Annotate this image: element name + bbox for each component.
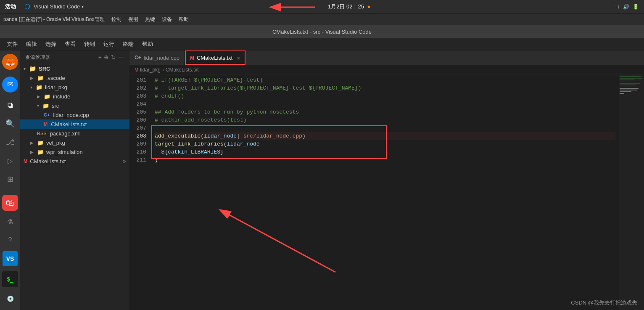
editor-area: C+ lidar_node.cpp M CMakeLists.txt ×	[129, 50, 644, 310]
tab-label-cmake: CMakeLists.txt	[197, 55, 232, 61]
activity-bar-bottom: 🛍 ⚗ ? VS $_ 💿	[2, 195, 18, 310]
breadcrumb: M lidar_pkg › CMakeLists.txt	[129, 65, 644, 74]
code-comment-203: # endif()	[155, 92, 184, 100]
code-line-210: ${catkin_LIBRARIES}	[155, 148, 615, 156]
tree-item-vel-pkg[interactable]: ▶ 📁 vel_pkg	[20, 138, 129, 147]
tab-icon-cmake: M	[190, 55, 194, 61]
minimap-line-active	[620, 88, 639, 89]
code-content[interactable]: # if(TARGET ${PROJECT_NAME}-test) # targ…	[151, 74, 619, 310]
xml-file-icon: RSS	[37, 131, 47, 136]
menu-goto[interactable]: 转到	[81, 39, 98, 50]
vscode-menubar[interactable]: 文件 编辑 选择 查看 转到 运行 终端 帮助	[0, 38, 644, 50]
cpp-file-icon: C+	[44, 112, 50, 117]
code-comment-206: # catkin_add_nosetests(test)	[155, 116, 246, 124]
tree-item-src-sub[interactable]: ▾ 📁 src	[20, 101, 129, 110]
code-line-201: # if(TARGET ${PROJECT_NAME}-test)	[155, 76, 615, 84]
new-file-icon[interactable]: +	[98, 54, 102, 61]
menu-help[interactable]: 帮助	[139, 39, 156, 50]
line-num-204: 204	[129, 100, 146, 108]
line-num-211: 211	[129, 156, 146, 164]
tree-settings-icon[interactable]: ⚙	[122, 159, 126, 164]
minimap-line	[620, 78, 642, 79]
code-line-211: )	[155, 156, 615, 164]
breadcrumb-sep1: ›	[162, 67, 164, 73]
menu-run[interactable]: 运行	[100, 39, 118, 50]
activity-vscode[interactable]: VS	[3, 251, 18, 266]
csdn-watermark: CSDN @我先去打把游戏先	[571, 299, 637, 307]
activity-run[interactable]: ▷	[3, 153, 18, 168]
line-numbers: 201 202 203 204 205 206 207 208 209 210 …	[129, 74, 151, 310]
code-arg-208: lidar_node	[204, 132, 237, 140]
cmake-file-icon-active: M	[44, 122, 48, 127]
tree-item-include[interactable]: ▶ 📁 include	[20, 92, 129, 101]
tree-item-src[interactable]: ▾ 📁 SRC	[20, 64, 129, 73]
vscode-title: CMakeLists.txt - src - Visual Studio Cod…	[272, 29, 372, 35]
activity-git[interactable]: ⎇	[3, 135, 18, 150]
menu-device[interactable]: 设备	[162, 16, 172, 23]
sidebar-title: 资源管理器	[25, 54, 50, 61]
tree-item-cmake-bottom[interactable]: M CMakeLists.txt ⚙	[20, 156, 129, 166]
menu-help[interactable]: 帮助	[179, 16, 189, 23]
refresh-icon[interactable]: ↻	[111, 54, 116, 61]
minimap-line	[620, 83, 640, 84]
activity-settings[interactable]: ?	[3, 233, 18, 248]
minimap-content	[619, 74, 644, 310]
menu-control[interactable]: 控制	[111, 16, 121, 23]
breadcrumb-file: CMakeLists.txt	[166, 67, 199, 73]
activity-flask[interactable]: ⚗	[3, 214, 18, 229]
gnome-app-name[interactable]: ⬡ Visual Studio Code ▾	[24, 3, 84, 11]
menu-view[interactable]: 查看	[61, 39, 79, 50]
sidebar-header-icons[interactable]: + ⊕ ↻ ⋯	[98, 54, 124, 61]
terminal-icon[interactable]: $_	[2, 271, 18, 287]
menu-file[interactable]: 文件	[3, 39, 21, 50]
menu-select[interactable]: 选择	[42, 39, 60, 50]
vscode-main: 🦊 ✉ ⧉ 🔍 ⎇ ▷ ⊞ 🛍 ⚗	[0, 50, 644, 310]
vscode-icon: ⬡	[24, 3, 30, 11]
tab-lidar-cpp[interactable]: C+ lidar_node.cpp	[129, 50, 185, 65]
minimap-line-active	[620, 91, 631, 92]
tree-item-lidar-cpp[interactable]: C+ lidar_node.cpp	[20, 110, 129, 119]
tree-label-lidar: lidar_pkg	[45, 84, 67, 90]
activity-extensions[interactable]: ⊞	[3, 172, 18, 187]
appstore-icon[interactable]: 🛍	[2, 195, 18, 211]
firefox-icon[interactable]: 🦊	[2, 54, 18, 70]
menu-hotkey[interactable]: 热键	[145, 16, 155, 23]
tree-item-package-xml[interactable]: RSS package.xml	[20, 129, 129, 138]
collapse-icon[interactable]: ⋯	[118, 54, 124, 61]
tree-label-cmake-active: CMakeLists.txt	[51, 121, 87, 127]
tree-label-vel: vel_pkg	[46, 140, 65, 146]
activity-bar: 🦊 ✉ ⧉ 🔍 ⎇ ▷ ⊞ 🛍 ⚗	[0, 50, 20, 310]
code-and-minimap: 201 202 203 204 205 206 207 208 209 210 …	[129, 74, 644, 310]
tree-item-vscode[interactable]: ▶ 📁 .vscode	[20, 73, 129, 82]
tree-label-include: include	[53, 93, 70, 100]
code-path-208: src/lidar_node.cpp	[243, 132, 302, 140]
tree-item-cmake-active[interactable]: M CMakeLists.txt	[20, 119, 129, 129]
cd-icon[interactable]: 💿	[2, 291, 18, 307]
code-comment-205: ## Add folders to be run by python noset…	[155, 108, 299, 116]
code-line-208: add_executable(lidar_node| src/lidar_nod…	[155, 132, 615, 140]
minimap-line	[620, 76, 641, 77]
tab-close-cmake[interactable]: ×	[237, 55, 240, 61]
gnome-panel: 活动 ⬡ Visual Studio Code ▾ 1月2日 02：25 ● ↑…	[0, 0, 644, 13]
breadcrumb-pkg: lidar_pkg	[140, 67, 161, 73]
menu-manage[interactable]: 管理	[95, 16, 105, 23]
virtualbox-menu[interactable]: 管理 控制 视图 热键 设备 帮助	[95, 16, 189, 23]
tree-arrow-src: ▾	[24, 66, 26, 71]
menu-edit[interactable]: 编辑	[23, 39, 40, 50]
tree-label-package-xml: package.xml	[50, 130, 81, 137]
gnome-activities[interactable]: 活动	[5, 3, 16, 11]
line-num-210: 210	[129, 148, 146, 156]
code-func-209: target_link_libraries	[155, 140, 224, 148]
activity-explorer[interactable]: ⧉	[3, 98, 18, 113]
minimap-spacer	[620, 81, 643, 82]
tab-cmake[interactable]: M CMakeLists.txt ×	[185, 50, 245, 65]
thunderbird-icon[interactable]: ✉	[2, 77, 18, 93]
editor-tabs[interactable]: C+ lidar_node.cpp M CMakeLists.txt ×	[129, 50, 644, 65]
folder-icon-src: 📁	[29, 65, 36, 72]
activity-search[interactable]: 🔍	[3, 116, 18, 131]
new-folder-icon[interactable]: ⊕	[104, 54, 109, 61]
menu-terminal[interactable]: 终端	[119, 39, 137, 50]
tree-item-wpr[interactable]: ▶ 📁 wpr_simulation	[20, 147, 129, 156]
tree-item-lidar-pkg[interactable]: ▾ 📁 lidar_pkg	[20, 82, 129, 92]
menu-view[interactable]: 视图	[128, 16, 138, 23]
